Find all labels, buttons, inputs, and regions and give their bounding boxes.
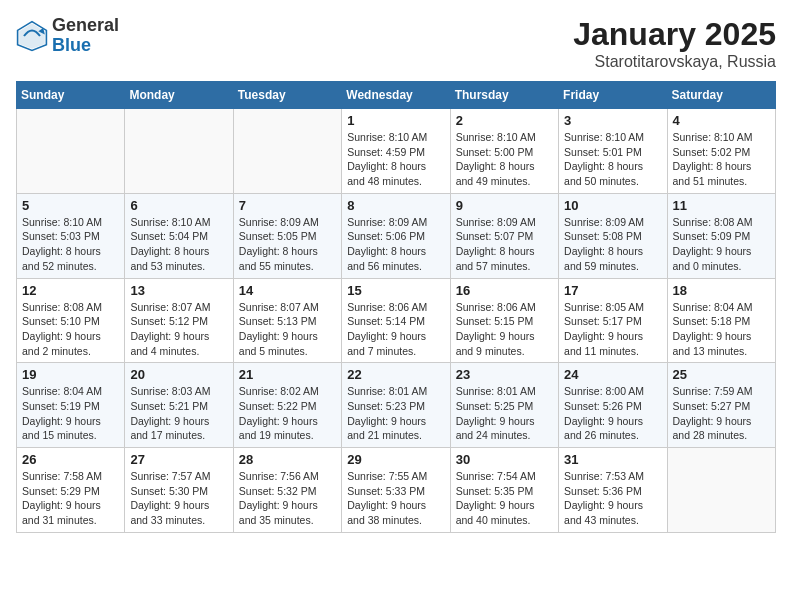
day-info: Sunrise: 8:10 AM Sunset: 5:02 PM Dayligh… <box>673 130 770 189</box>
day-number: 20 <box>130 367 227 382</box>
day-info: Sunrise: 8:10 AM Sunset: 5:04 PM Dayligh… <box>130 215 227 274</box>
title-area: January 2025 Starotitarovskaya, Russia <box>573 16 776 71</box>
day-number: 5 <box>22 198 119 213</box>
week-row-5: 26Sunrise: 7:58 AM Sunset: 5:29 PM Dayli… <box>17 448 776 533</box>
weekday-friday: Friday <box>559 82 667 109</box>
day-info: Sunrise: 8:03 AM Sunset: 5:21 PM Dayligh… <box>130 384 227 443</box>
day-info: Sunrise: 8:04 AM Sunset: 5:18 PM Dayligh… <box>673 300 770 359</box>
calendar-cell: 21Sunrise: 8:02 AM Sunset: 5:22 PM Dayli… <box>233 363 341 448</box>
day-number: 10 <box>564 198 661 213</box>
day-number: 23 <box>456 367 553 382</box>
calendar-cell: 22Sunrise: 8:01 AM Sunset: 5:23 PM Dayli… <box>342 363 450 448</box>
day-number: 17 <box>564 283 661 298</box>
day-info: Sunrise: 8:07 AM Sunset: 5:12 PM Dayligh… <box>130 300 227 359</box>
day-info: Sunrise: 8:09 AM Sunset: 5:05 PM Dayligh… <box>239 215 336 274</box>
day-number: 21 <box>239 367 336 382</box>
calendar-cell: 16Sunrise: 8:06 AM Sunset: 5:15 PM Dayli… <box>450 278 558 363</box>
calendar-cell: 12Sunrise: 8:08 AM Sunset: 5:10 PM Dayli… <box>17 278 125 363</box>
calendar-cell: 31Sunrise: 7:53 AM Sunset: 5:36 PM Dayli… <box>559 448 667 533</box>
calendar-cell: 8Sunrise: 8:09 AM Sunset: 5:06 PM Daylig… <box>342 193 450 278</box>
calendar-cell: 5Sunrise: 8:10 AM Sunset: 5:03 PM Daylig… <box>17 193 125 278</box>
calendar-cell: 25Sunrise: 7:59 AM Sunset: 5:27 PM Dayli… <box>667 363 775 448</box>
day-number: 3 <box>564 113 661 128</box>
calendar-cell: 1Sunrise: 8:10 AM Sunset: 4:59 PM Daylig… <box>342 109 450 194</box>
calendar-cell: 23Sunrise: 8:01 AM Sunset: 5:25 PM Dayli… <box>450 363 558 448</box>
day-number: 19 <box>22 367 119 382</box>
day-number: 4 <box>673 113 770 128</box>
day-info: Sunrise: 7:58 AM Sunset: 5:29 PM Dayligh… <box>22 469 119 528</box>
day-info: Sunrise: 8:09 AM Sunset: 5:07 PM Dayligh… <box>456 215 553 274</box>
day-info: Sunrise: 7:55 AM Sunset: 5:33 PM Dayligh… <box>347 469 444 528</box>
day-info: Sunrise: 7:56 AM Sunset: 5:32 PM Dayligh… <box>239 469 336 528</box>
day-info: Sunrise: 8:06 AM Sunset: 5:15 PM Dayligh… <box>456 300 553 359</box>
calendar-cell: 7Sunrise: 8:09 AM Sunset: 5:05 PM Daylig… <box>233 193 341 278</box>
logo-text: General Blue <box>52 16 119 56</box>
day-number: 27 <box>130 452 227 467</box>
day-info: Sunrise: 8:10 AM Sunset: 4:59 PM Dayligh… <box>347 130 444 189</box>
week-row-2: 5Sunrise: 8:10 AM Sunset: 5:03 PM Daylig… <box>17 193 776 278</box>
calendar-cell: 13Sunrise: 8:07 AM Sunset: 5:12 PM Dayli… <box>125 278 233 363</box>
week-row-4: 19Sunrise: 8:04 AM Sunset: 5:19 PM Dayli… <box>17 363 776 448</box>
calendar-cell: 4Sunrise: 8:10 AM Sunset: 5:02 PM Daylig… <box>667 109 775 194</box>
calendar-cell: 24Sunrise: 8:00 AM Sunset: 5:26 PM Dayli… <box>559 363 667 448</box>
calendar-cell <box>233 109 341 194</box>
day-info: Sunrise: 8:10 AM Sunset: 5:01 PM Dayligh… <box>564 130 661 189</box>
calendar-cell: 11Sunrise: 8:08 AM Sunset: 5:09 PM Dayli… <box>667 193 775 278</box>
calendar: SundayMondayTuesdayWednesdayThursdayFrid… <box>16 81 776 533</box>
day-number: 11 <box>673 198 770 213</box>
calendar-cell: 3Sunrise: 8:10 AM Sunset: 5:01 PM Daylig… <box>559 109 667 194</box>
day-number: 30 <box>456 452 553 467</box>
day-number: 8 <box>347 198 444 213</box>
calendar-cell: 15Sunrise: 8:06 AM Sunset: 5:14 PM Dayli… <box>342 278 450 363</box>
day-info: Sunrise: 7:54 AM Sunset: 5:35 PM Dayligh… <box>456 469 553 528</box>
day-info: Sunrise: 8:10 AM Sunset: 5:00 PM Dayligh… <box>456 130 553 189</box>
day-number: 31 <box>564 452 661 467</box>
week-row-1: 1Sunrise: 8:10 AM Sunset: 4:59 PM Daylig… <box>17 109 776 194</box>
day-number: 2 <box>456 113 553 128</box>
day-number: 6 <box>130 198 227 213</box>
day-number: 18 <box>673 283 770 298</box>
day-number: 29 <box>347 452 444 467</box>
calendar-cell: 27Sunrise: 7:57 AM Sunset: 5:30 PM Dayli… <box>125 448 233 533</box>
weekday-saturday: Saturday <box>667 82 775 109</box>
calendar-cell: 17Sunrise: 8:05 AM Sunset: 5:17 PM Dayli… <box>559 278 667 363</box>
calendar-cell: 6Sunrise: 8:10 AM Sunset: 5:04 PM Daylig… <box>125 193 233 278</box>
month-title: January 2025 <box>573 16 776 53</box>
logo-icon <box>16 20 48 52</box>
day-info: Sunrise: 8:07 AM Sunset: 5:13 PM Dayligh… <box>239 300 336 359</box>
day-info: Sunrise: 8:08 AM Sunset: 5:10 PM Dayligh… <box>22 300 119 359</box>
day-info: Sunrise: 7:53 AM Sunset: 5:36 PM Dayligh… <box>564 469 661 528</box>
calendar-cell: 14Sunrise: 8:07 AM Sunset: 5:13 PM Dayli… <box>233 278 341 363</box>
day-info: Sunrise: 8:09 AM Sunset: 5:06 PM Dayligh… <box>347 215 444 274</box>
day-info: Sunrise: 8:10 AM Sunset: 5:03 PM Dayligh… <box>22 215 119 274</box>
day-number: 24 <box>564 367 661 382</box>
day-number: 22 <box>347 367 444 382</box>
calendar-cell <box>667 448 775 533</box>
location: Starotitarovskaya, Russia <box>573 53 776 71</box>
calendar-cell: 26Sunrise: 7:58 AM Sunset: 5:29 PM Dayli… <box>17 448 125 533</box>
calendar-cell: 19Sunrise: 8:04 AM Sunset: 5:19 PM Dayli… <box>17 363 125 448</box>
day-number: 28 <box>239 452 336 467</box>
day-info: Sunrise: 8:04 AM Sunset: 5:19 PM Dayligh… <box>22 384 119 443</box>
day-number: 16 <box>456 283 553 298</box>
calendar-body: 1Sunrise: 8:10 AM Sunset: 4:59 PM Daylig… <box>17 109 776 533</box>
day-info: Sunrise: 7:59 AM Sunset: 5:27 PM Dayligh… <box>673 384 770 443</box>
weekday-thursday: Thursday <box>450 82 558 109</box>
header: General Blue January 2025 Starotitarovsk… <box>16 16 776 71</box>
calendar-cell: 29Sunrise: 7:55 AM Sunset: 5:33 PM Dayli… <box>342 448 450 533</box>
day-info: Sunrise: 8:09 AM Sunset: 5:08 PM Dayligh… <box>564 215 661 274</box>
calendar-cell: 28Sunrise: 7:56 AM Sunset: 5:32 PM Dayli… <box>233 448 341 533</box>
calendar-cell: 9Sunrise: 8:09 AM Sunset: 5:07 PM Daylig… <box>450 193 558 278</box>
day-number: 15 <box>347 283 444 298</box>
day-info: Sunrise: 8:06 AM Sunset: 5:14 PM Dayligh… <box>347 300 444 359</box>
day-number: 25 <box>673 367 770 382</box>
calendar-cell <box>17 109 125 194</box>
day-info: Sunrise: 8:00 AM Sunset: 5:26 PM Dayligh… <box>564 384 661 443</box>
day-number: 7 <box>239 198 336 213</box>
day-info: Sunrise: 8:02 AM Sunset: 5:22 PM Dayligh… <box>239 384 336 443</box>
logo: General Blue <box>16 16 119 56</box>
weekday-tuesday: Tuesday <box>233 82 341 109</box>
calendar-cell: 2Sunrise: 8:10 AM Sunset: 5:00 PM Daylig… <box>450 109 558 194</box>
day-number: 26 <box>22 452 119 467</box>
day-info: Sunrise: 8:01 AM Sunset: 5:23 PM Dayligh… <box>347 384 444 443</box>
